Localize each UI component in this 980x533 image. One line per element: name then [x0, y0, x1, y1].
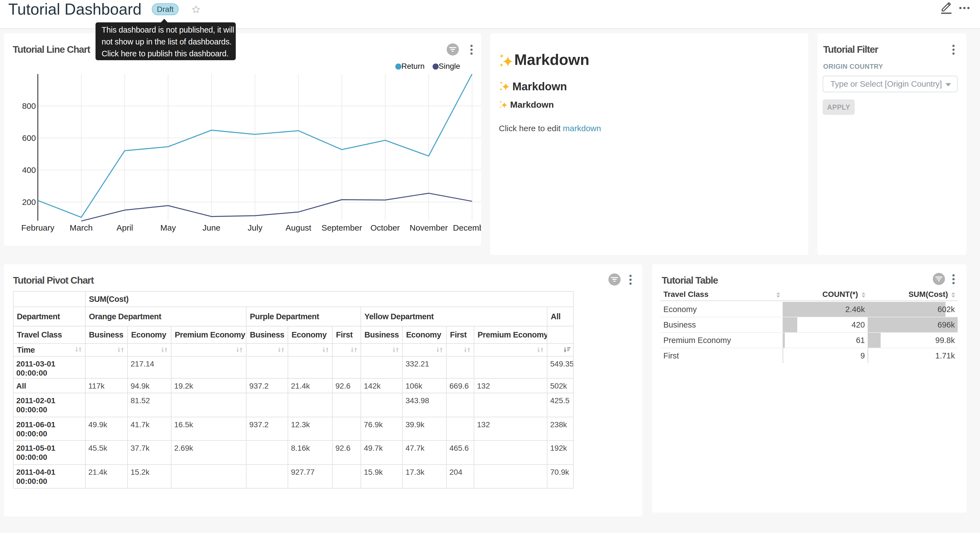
svg-text:October: October — [371, 223, 400, 232]
svg-text:200: 200 — [22, 198, 36, 207]
svg-text:June: June — [202, 223, 220, 232]
svg-text:800: 800 — [22, 101, 36, 110]
svg-text:March: March — [70, 223, 92, 232]
svg-text:February: February — [21, 223, 54, 232]
svg-text:May: May — [161, 223, 176, 232]
svg-text:December: December — [453, 223, 481, 232]
svg-text:400: 400 — [22, 166, 36, 174]
svg-text:July: July — [248, 223, 262, 232]
svg-text:September: September — [321, 223, 362, 232]
svg-text:600: 600 — [22, 133, 36, 142]
svg-text:August: August — [285, 223, 312, 232]
svg-text:November: November — [410, 223, 448, 232]
svg-text:April: April — [116, 223, 133, 232]
